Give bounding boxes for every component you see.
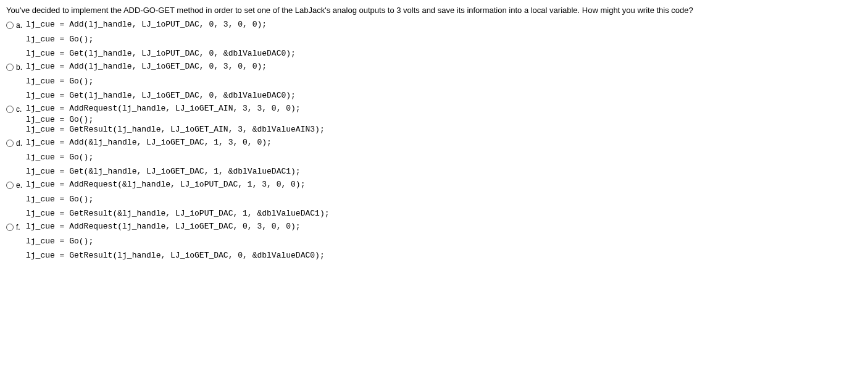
option-f-group: f. lj_cue = AddRequest(lj_handle, LJ_ioG… bbox=[6, 222, 862, 260]
code-line: lj_cue = Go(); bbox=[26, 77, 862, 86]
option-b[interactable]: b. lj_cue = Add(lj_handle, LJ_ioGET_DAC,… bbox=[6, 62, 862, 72]
question-text: You've decided to implement the ADD-GO-G… bbox=[6, 5, 862, 16]
radio-icon[interactable] bbox=[6, 140, 14, 147]
option-letter: d. bbox=[16, 139, 23, 148]
code-line: lj_cue = GetResult(&lj_handle, LJ_ioPUT_… bbox=[26, 209, 862, 218]
option-a[interactable]: a. lj_cue = Add(lj_handle, LJ_ioPUT_DAC,… bbox=[6, 20, 862, 30]
code-line: lj_cue = Add(lj_handle, LJ_ioPUT_DAC, 0,… bbox=[26, 20, 267, 29]
code-line: lj_cue = Go(); bbox=[26, 195, 862, 204]
option-d-group: d. lj_cue = Add(&lj_handle, LJ_ioGET_DAC… bbox=[6, 138, 862, 176]
code-line: lj_cue = AddRequest(lj_handle, LJ_ioGET_… bbox=[26, 104, 301, 113]
code-line: lj_cue = Add(lj_handle, LJ_ioGET_DAC, 0,… bbox=[26, 62, 267, 71]
code-line: lj_cue = Add(&lj_handle, LJ_ioGET_DAC, 1… bbox=[26, 138, 272, 147]
code-line: lj_cue = AddRequest(&lj_handle, LJ_ioPUT… bbox=[26, 180, 305, 189]
option-f[interactable]: f. lj_cue = AddRequest(lj_handle, LJ_ioG… bbox=[6, 222, 862, 232]
code-line: lj_cue = GetResult(lj_handle, LJ_ioGET_A… bbox=[26, 125, 862, 134]
code-line: lj_cue = Get(lj_handle, LJ_ioGET_DAC, 0,… bbox=[26, 91, 862, 100]
radio-icon[interactable] bbox=[6, 182, 14, 189]
code-line: lj_cue = Get(lj_handle, LJ_ioPUT_DAC, 0,… bbox=[26, 49, 862, 58]
option-d[interactable]: d. lj_cue = Add(&lj_handle, LJ_ioGET_DAC… bbox=[6, 138, 862, 148]
code-line: lj_cue = GetResult(lj_handle, LJ_ioGET_D… bbox=[26, 251, 862, 260]
option-letter: f. bbox=[16, 223, 23, 232]
code-line: lj_cue = Go(); bbox=[26, 115, 862, 124]
options-list: a. lj_cue = Add(lj_handle, LJ_ioPUT_DAC,… bbox=[6, 20, 862, 260]
radio-icon[interactable] bbox=[6, 64, 14, 71]
option-c-group: c. lj_cue = AddRequest(lj_handle, LJ_ioG… bbox=[6, 104, 862, 134]
option-letter: e. bbox=[16, 181, 23, 190]
code-line: lj_cue = Go(); bbox=[26, 153, 862, 162]
option-letter: a. bbox=[16, 21, 23, 30]
radio-icon[interactable] bbox=[6, 106, 14, 113]
option-c[interactable]: c. lj_cue = AddRequest(lj_handle, LJ_ioG… bbox=[6, 104, 862, 114]
code-line: lj_cue = Go(); bbox=[26, 237, 862, 246]
option-b-group: b. lj_cue = Add(lj_handle, LJ_ioGET_DAC,… bbox=[6, 62, 862, 100]
option-letter: c. bbox=[16, 105, 23, 114]
option-letter: b. bbox=[16, 63, 23, 72]
radio-icon[interactable] bbox=[6, 224, 14, 231]
code-line: lj_cue = Get(&lj_handle, LJ_ioGET_DAC, 1… bbox=[26, 167, 862, 176]
option-e[interactable]: e. lj_cue = AddRequest(&lj_handle, LJ_io… bbox=[6, 180, 862, 190]
option-e-group: e. lj_cue = AddRequest(&lj_handle, LJ_io… bbox=[6, 180, 862, 218]
code-line: lj_cue = AddRequest(lj_handle, LJ_ioGET_… bbox=[26, 222, 301, 231]
option-a-group: a. lj_cue = Add(lj_handle, LJ_ioPUT_DAC,… bbox=[6, 20, 862, 58]
radio-icon[interactable] bbox=[6, 22, 14, 29]
code-line: lj_cue = Go(); bbox=[26, 35, 862, 44]
